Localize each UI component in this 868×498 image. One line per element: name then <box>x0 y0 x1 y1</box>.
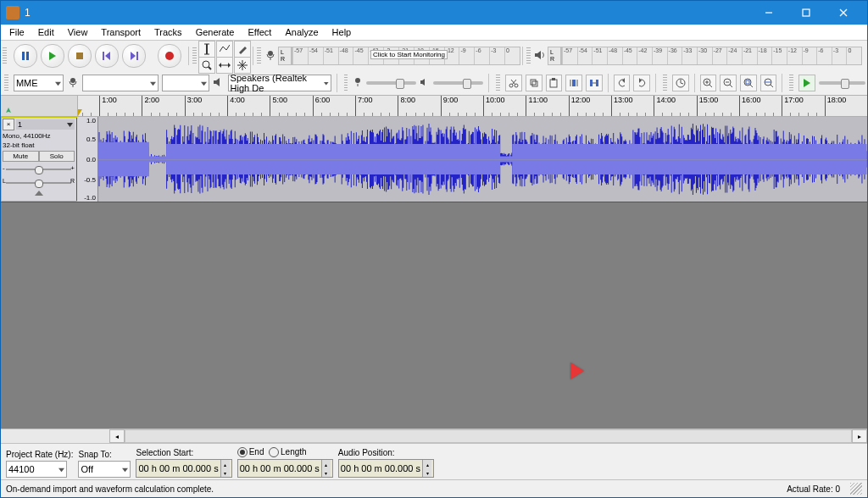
length-radio-label[interactable]: Length <box>281 447 307 456</box>
track-collapse-button[interactable] <box>3 191 75 196</box>
play-speed-slider[interactable] <box>819 81 865 85</box>
stop-button[interactable] <box>68 44 92 68</box>
meter-click-label[interactable]: Click to Start Monitoring <box>370 50 448 59</box>
svg-marker-33 <box>214 78 220 86</box>
audio-host-select[interactable]: MME <box>14 75 64 91</box>
selection-end-time[interactable]: 00 h 00 m 00.000 s▴▾ <box>237 459 333 478</box>
audio-position-time[interactable]: 00 h 00 m 00.000 s▴▾ <box>338 459 434 478</box>
toolbar-grip[interactable] <box>663 75 667 91</box>
selection-tool[interactable] <box>198 41 215 58</box>
timeline-ruler[interactable]: 1:002:003:004:005:006:007:008:009:0010:0… <box>1 96 867 117</box>
toolbar-grip[interactable] <box>344 75 348 91</box>
playback-device-select[interactable]: Speakers (Realtek High De <box>228 75 331 91</box>
record-meter[interactable]: -57-54-51-48-45-42-3-21-18-15-12-9-6-30 … <box>292 47 520 65</box>
record-device-select[interactable] <box>82 75 159 91</box>
menu-file[interactable]: File <box>3 26 31 38</box>
cut-button[interactable] <box>505 75 522 91</box>
end-length-radios: End Length <box>237 447 333 457</box>
end-radio-label[interactable]: End <box>249 447 264 456</box>
scroll-right-button[interactable]: ▸ <box>852 429 867 443</box>
window-title: 1 <box>25 7 31 19</box>
length-radio[interactable] <box>269 447 279 457</box>
svg-rect-8 <box>103 52 104 60</box>
pause-button[interactable] <box>14 44 37 68</box>
svg-marker-70 <box>804 79 810 87</box>
toolbar-grip[interactable] <box>526 47 531 64</box>
menu-effect[interactable]: Effect <box>242 26 279 38</box>
trim-button[interactable] <box>565 75 582 91</box>
fit-project-button[interactable] <box>760 75 777 91</box>
record-volume-slider[interactable] <box>366 81 416 85</box>
mic-icon[interactable] <box>263 49 278 63</box>
mute-button[interactable]: Mute <box>3 151 39 162</box>
menu-transport[interactable]: Transport <box>94 26 147 38</box>
redo-button[interactable] <box>633 75 650 91</box>
timeshift-tool[interactable] <box>216 57 233 74</box>
zoom-tool[interactable] <box>198 57 215 74</box>
minimize-button[interactable] <box>750 1 787 25</box>
svg-marker-31 <box>150 81 156 85</box>
paste-button[interactable] <box>546 75 563 91</box>
toolbar-grip[interactable] <box>4 75 8 91</box>
resize-grip[interactable] <box>850 483 862 495</box>
svg-marker-19 <box>219 63 221 68</box>
solo-button[interactable]: Solo <box>39 151 75 162</box>
audio-track[interactable]: × 1 Mono, 44100Hz 32-bit float Mute Solo… <box>1 117 867 202</box>
undo-button[interactable] <box>614 75 631 91</box>
audio-position-label: Audio Position: <box>338 448 434 457</box>
multi-tool[interactable] <box>234 57 251 74</box>
play-at-speed-button[interactable] <box>798 75 815 91</box>
close-button[interactable] <box>825 1 862 25</box>
scroll-left-button[interactable]: ◂ <box>109 429 125 443</box>
play-button[interactable] <box>41 44 64 68</box>
toolbar-grip[interactable] <box>496 75 500 91</box>
zoom-in-button[interactable] <box>700 75 717 91</box>
silence-button[interactable] <box>586 75 603 91</box>
svg-marker-72 <box>67 123 73 127</box>
pin-icon[interactable] <box>4 108 13 116</box>
waveform-display[interactable] <box>98 117 867 202</box>
toolbar-grip[interactable] <box>257 47 261 64</box>
svg-rect-50 <box>596 80 598 86</box>
selection-start-time[interactable]: 00 h 00 m 00.000 s▴▾ <box>136 459 231 478</box>
toolbar-grip[interactable] <box>3 47 7 64</box>
envelope-tool[interactable] <box>216 41 233 58</box>
menu-edit[interactable]: Edit <box>31 26 61 38</box>
speaker-icon <box>213 77 225 89</box>
menu-generate[interactable]: Generate <box>189 26 242 38</box>
pan-slider[interactable]: L R <box>3 179 75 187</box>
track-close-button[interactable]: × <box>3 119 14 130</box>
svg-rect-42 <box>531 80 536 85</box>
vertical-scale[interactable]: 1.0 0.5 0.0 -0.5 -1.0 <box>77 117 98 202</box>
end-radio[interactable] <box>237 447 248 457</box>
zoom-out-button[interactable] <box>720 75 737 91</box>
menu-view[interactable]: View <box>61 26 95 38</box>
sync-lock-button[interactable] <box>672 75 689 91</box>
gain-slider[interactable]: - + <box>3 165 75 174</box>
project-rate-select[interactable]: 44100 <box>6 461 67 478</box>
copy-button[interactable] <box>526 75 542 91</box>
horizontal-scrollbar[interactable]: ◂ ▸ <box>1 429 867 443</box>
track-name-menu[interactable]: 1 <box>16 119 75 130</box>
menu-help[interactable]: Help <box>326 26 359 38</box>
snap-to-select[interactable]: Off <box>78 461 131 478</box>
menu-tracks[interactable]: Tracks <box>147 26 189 38</box>
scroll-thumb[interactable] <box>125 429 852 443</box>
record-button[interactable] <box>158 44 181 68</box>
speaker-icon <box>420 78 430 88</box>
svg-marker-37 <box>420 79 425 86</box>
fit-selection-button[interactable] <box>740 75 757 91</box>
speaker-icon[interactable] <box>532 50 548 62</box>
playback-volume-slider[interactable] <box>433 81 483 85</box>
toolbar-grip[interactable] <box>192 47 197 64</box>
record-channels-select[interactable] <box>162 75 209 91</box>
svg-rect-46 <box>572 80 576 86</box>
project-rate-label: Project Rate (Hz): <box>6 450 73 459</box>
maximize-button[interactable] <box>787 1 825 25</box>
skip-end-button[interactable] <box>122 44 146 68</box>
playback-meter[interactable]: -57-54-51-48-45-42-39-36-33-30-27-24-21-… <box>561 47 862 65</box>
toolbar-grip[interactable] <box>789 75 793 91</box>
draw-tool[interactable] <box>234 41 251 58</box>
menu-analyze[interactable]: Analyze <box>278 26 325 38</box>
skip-start-button[interactable] <box>95 44 119 68</box>
